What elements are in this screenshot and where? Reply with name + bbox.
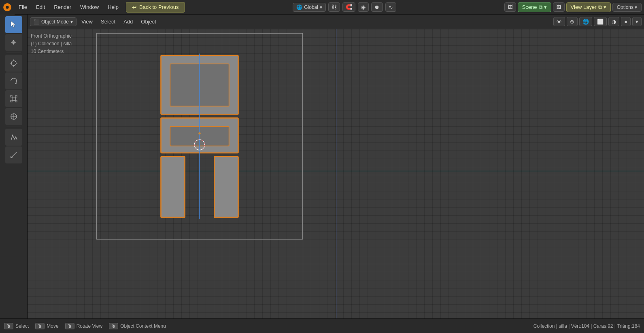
scene-selector[interactable]: Scene ⧉ ▾ xyxy=(518,2,551,12)
select-status: 🖱 Select xyxy=(4,323,29,329)
cursor-icon xyxy=(9,59,18,68)
header-shading-solid[interactable]: ⬜ xyxy=(594,17,607,26)
back-arrow-icon: ↩ xyxy=(132,4,137,11)
move-status-label: Move xyxy=(47,323,58,329)
menu-items: File Edit Render Window Help xyxy=(15,2,123,12)
annotate-tool-btn[interactable] xyxy=(5,129,22,146)
scene-type-icon[interactable]: 🖼 xyxy=(553,2,565,12)
menu-render[interactable]: Render xyxy=(50,2,75,12)
status-bar: 🖱 Select 🖱 Move 🖱 Rotate View 🖱 Object C… xyxy=(0,318,644,333)
header-shading-material[interactable]: ◑ xyxy=(608,17,619,26)
header-view[interactable]: View xyxy=(78,17,96,26)
scale-tool-btn[interactable] xyxy=(5,90,22,107)
mode-selector[interactable]: ⬛ Object Mode ▾ xyxy=(30,17,77,26)
svg-rect-13 xyxy=(12,97,15,100)
viewport[interactable]: Front Orthographic (1) Collection | sill… xyxy=(28,29,644,318)
svg-point-31 xyxy=(198,132,200,134)
global-icon: 🌐 xyxy=(296,4,302,10)
stats-label: Collection | silla | Vért:104 | Caras:92… xyxy=(533,323,640,329)
svg-point-7 xyxy=(11,61,16,66)
annotate-icon xyxy=(9,133,18,142)
rotate-tool-btn[interactable] xyxy=(5,72,22,89)
chair-object xyxy=(159,51,240,221)
measure-icon xyxy=(9,151,18,159)
svg-rect-27 xyxy=(214,157,238,217)
record-btn[interactable]: ⏺ xyxy=(371,2,383,12)
snap-btn[interactable]: 🧲 xyxy=(342,2,355,12)
header-shading-chevron[interactable]: ▾ xyxy=(632,17,642,26)
global-chevron-icon: ▾ xyxy=(320,4,322,10)
header-select[interactable]: Select xyxy=(98,17,119,26)
svg-point-1 xyxy=(6,6,9,9)
top-right-icon1[interactable]: 🖼 xyxy=(504,2,516,12)
header-viewport-shading[interactable]: 🌐 xyxy=(579,17,592,26)
header-bar: ⬛ Object Mode ▾ View Select Add Object 👁… xyxy=(28,15,644,29)
scene-chevron-icon: ▾ xyxy=(544,4,547,10)
move-status: 🖱 Move xyxy=(35,323,58,329)
top-menu-bar: File Edit Render Window Help ↩ Back to P… xyxy=(0,0,644,15)
header-add[interactable]: Add xyxy=(120,17,136,26)
svg-marker-5 xyxy=(11,21,15,28)
select-status-label: Select xyxy=(15,323,29,329)
menu-edit[interactable]: Edit xyxy=(32,2,49,12)
measure-tool-btn[interactable] xyxy=(5,146,22,163)
rotate-icon xyxy=(9,76,18,85)
inner-viewport-panel xyxy=(96,33,303,240)
svg-rect-26 xyxy=(161,157,185,217)
svg-text:✥: ✥ xyxy=(11,39,16,46)
y-axis-line xyxy=(336,29,336,318)
header-gizmo-icon[interactable]: ⊕ xyxy=(567,17,578,26)
blender-logo-area xyxy=(0,0,15,15)
curve-btn[interactable]: ∿ xyxy=(385,2,396,12)
context-menu-status-label: Object Context Menu xyxy=(120,323,166,329)
select-cursor-icon xyxy=(9,20,18,29)
proportional-btn[interactable]: ◉ xyxy=(358,2,369,12)
blender-logo-icon xyxy=(3,3,12,12)
scene-label: Scene xyxy=(522,4,537,10)
scale-icon xyxy=(9,94,18,103)
select-key: 🖱 xyxy=(4,323,13,329)
global-label: Global xyxy=(304,4,318,10)
header-overlay-icon[interactable]: 👁 xyxy=(553,17,565,26)
toolbar-divider-1 xyxy=(6,53,21,53)
menu-file[interactable]: File xyxy=(15,2,31,12)
view-layer-btn[interactable]: View Layer ⧉ ▾ xyxy=(566,2,611,12)
toolbar-divider-2 xyxy=(6,127,21,127)
back-to-previous-button[interactable]: ↩ Back to Previous xyxy=(126,2,185,13)
back-to-previous-label: Back to Previous xyxy=(139,4,179,10)
global-selector[interactable]: 🌐 Global ▾ xyxy=(293,3,326,12)
rotate-view-status-label: Rotate View xyxy=(77,323,102,329)
options-label: Options xyxy=(617,4,633,10)
select-tool-btn[interactable] xyxy=(5,16,22,33)
transform-tool-btn[interactable] xyxy=(5,108,22,125)
view-layer-chevron-icon: ▾ xyxy=(604,4,606,10)
top-menu-right: 🖼 Scene ⧉ ▾ 🖼 View Layer ⧉ ▾ Options ▾ xyxy=(504,2,642,12)
rotate-view-key: 🖱 xyxy=(65,323,74,329)
menu-window[interactable]: Window xyxy=(76,2,103,12)
mode-icon: ⬛ xyxy=(34,19,40,25)
view-layer-copy-icon: ⧉ xyxy=(598,4,602,11)
options-button[interactable]: Options ▾ xyxy=(612,3,642,12)
mode-chevron-icon: ▾ xyxy=(70,19,73,25)
move-key: 🖱 xyxy=(35,323,45,329)
scene-copy-icon: ⧉ xyxy=(539,4,542,11)
svg-point-2 xyxy=(6,4,8,6)
menu-help[interactable]: Help xyxy=(104,2,123,12)
view-layer-label: View Layer xyxy=(571,4,597,10)
move-icon: ✥ xyxy=(9,38,18,47)
rotate-view-status: 🖱 Rotate View xyxy=(65,323,102,329)
top-menu-center: 🌐 Global ▾ ⛓ 🧲 ◉ ⏺ ∿ xyxy=(185,2,504,12)
context-menu-status: 🖱 Object Context Menu xyxy=(109,323,166,329)
mode-label: Object Mode xyxy=(41,19,69,25)
left-toolbar: ✥ xyxy=(0,15,28,318)
link-btn[interactable]: ⛓ xyxy=(328,2,340,12)
svg-point-4 xyxy=(5,7,6,9)
cursor-tool-btn[interactable] xyxy=(5,55,22,72)
svg-line-21 xyxy=(11,152,17,158)
context-menu-key: 🖱 xyxy=(109,323,118,329)
header-right: 👁 ⊕ 🌐 ⬜ ◑ ● ▾ xyxy=(553,17,642,26)
header-shading-rendered[interactable]: ● xyxy=(621,17,631,26)
header-object[interactable]: Object xyxy=(138,17,159,26)
options-chevron-icon: ▾ xyxy=(635,4,637,10)
move-tool-btn[interactable]: ✥ xyxy=(5,34,22,51)
